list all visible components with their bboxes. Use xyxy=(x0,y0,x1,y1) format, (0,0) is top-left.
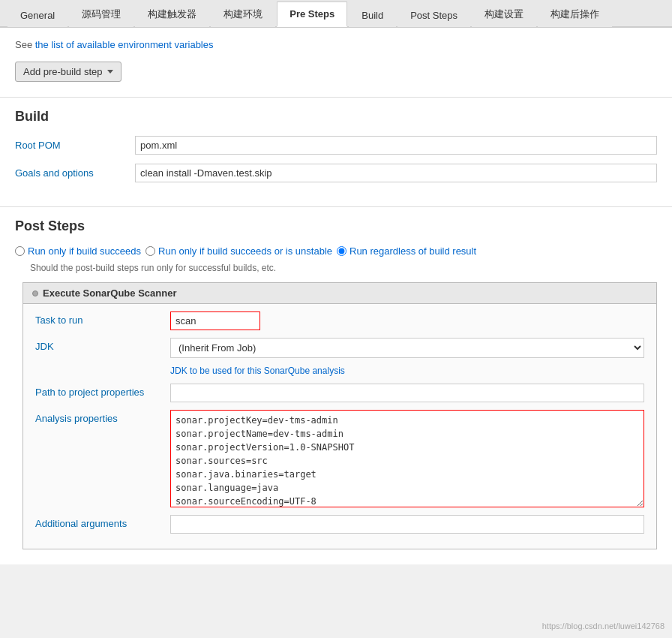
task-to-run-input[interactable] xyxy=(170,311,260,330)
tab-bar: General源码管理构建触发器构建环境Pre StepsBuildPost S… xyxy=(0,0,672,28)
additional-arguments-input[interactable] xyxy=(170,515,644,534)
analysis-properties-textarea[interactable] xyxy=(170,410,644,507)
scanner-title-bar: Execute SonarQube Scanner xyxy=(23,283,656,304)
post-steps-section: Post Steps Run only if build succeedsRun… xyxy=(0,207,672,564)
radio-options-row: Run only if build succeedsRun only if bu… xyxy=(15,245,657,257)
scanner-box: Execute SonarQube Scanner Task to run JD… xyxy=(22,282,657,549)
radio-group-r3: Run regardless of build result xyxy=(337,245,476,257)
task-to-run-label: Task to run xyxy=(35,311,170,326)
goals-options-input[interactable] xyxy=(135,164,657,182)
radio-label-r2[interactable]: Run only if build succeeds or is unstabl… xyxy=(158,245,332,257)
build-section-title: Build xyxy=(15,109,657,125)
radio-r1[interactable] xyxy=(15,246,25,256)
tab-source-mgmt[interactable]: 源码管理 xyxy=(69,1,134,27)
add-pre-build-step-label: Add pre-build step xyxy=(23,66,103,77)
post-steps-title: Post Steps xyxy=(15,218,657,234)
root-pom-row: Root POM xyxy=(15,136,657,155)
tab-build-env[interactable]: 构建环境 xyxy=(211,1,275,27)
root-pom-label: Root POM xyxy=(15,140,135,151)
additional-arguments-label: Additional arguments xyxy=(35,515,170,529)
scanner-form: Task to run JDK (Inherit From Job) JDK t… xyxy=(23,304,656,549)
tab-general[interactable]: General xyxy=(8,3,68,27)
tab-post-steps[interactable]: Post Steps xyxy=(398,3,470,27)
tab-post-build-ops[interactable]: 构建后操作 xyxy=(538,1,612,27)
tab-build-trigger[interactable]: 构建触发器 xyxy=(135,1,209,27)
additional-arguments-row: Additional arguments xyxy=(35,515,644,534)
path-project-input[interactable] xyxy=(170,384,644,402)
jdk-label: JDK xyxy=(35,338,170,352)
radio-label-r3[interactable]: Run regardless of build result xyxy=(350,245,476,257)
radio-r3[interactable] xyxy=(337,246,346,256)
build-section: Build Root POM Goals and options xyxy=(0,98,672,207)
tab-build-settings[interactable]: 构建设置 xyxy=(472,1,536,27)
path-project-label: Path to project properties xyxy=(35,384,170,398)
tab-build[interactable]: Build xyxy=(349,3,396,27)
radio-group-r1: Run only if build succeeds xyxy=(15,245,141,257)
scanner-title-text: Execute SonarQube Scanner xyxy=(43,287,176,299)
analysis-properties-label: Analysis properties xyxy=(35,410,170,424)
jdk-row: JDK (Inherit From Job) xyxy=(35,338,644,358)
task-to-run-row: Task to run xyxy=(35,311,644,330)
env-link-row: See the list of available environment va… xyxy=(15,39,657,50)
goals-options-row: Goals and options xyxy=(15,164,657,182)
env-link-prefix: See xyxy=(15,39,35,50)
radio-r2[interactable] xyxy=(146,246,155,256)
radio-label-r1[interactable]: Run only if build succeeds xyxy=(28,245,141,257)
env-variables-link[interactable]: the list of available environment variab… xyxy=(35,39,214,50)
content-area: See the list of available environment va… xyxy=(0,28,672,564)
dropdown-caret-icon xyxy=(107,70,113,74)
goals-options-label: Goals and options xyxy=(15,167,135,179)
tab-pre-steps[interactable]: Pre Steps xyxy=(277,2,347,27)
jdk-hint-text: JDK to be used for this SonarQube analys… xyxy=(170,366,644,376)
jdk-select[interactable]: (Inherit From Job) xyxy=(170,338,644,358)
root-pom-input[interactable] xyxy=(135,136,657,155)
path-project-row: Path to project properties xyxy=(35,384,644,402)
analysis-properties-row: Analysis properties xyxy=(35,410,644,507)
radio-group-r2: Run only if build succeeds or is unstabl… xyxy=(146,245,332,257)
post-steps-note: Should the post-build steps run only for… xyxy=(30,263,657,273)
add-pre-build-step-button[interactable]: Add pre-build step xyxy=(15,62,122,82)
pre-steps-section: See the list of available environment va… xyxy=(0,28,672,98)
